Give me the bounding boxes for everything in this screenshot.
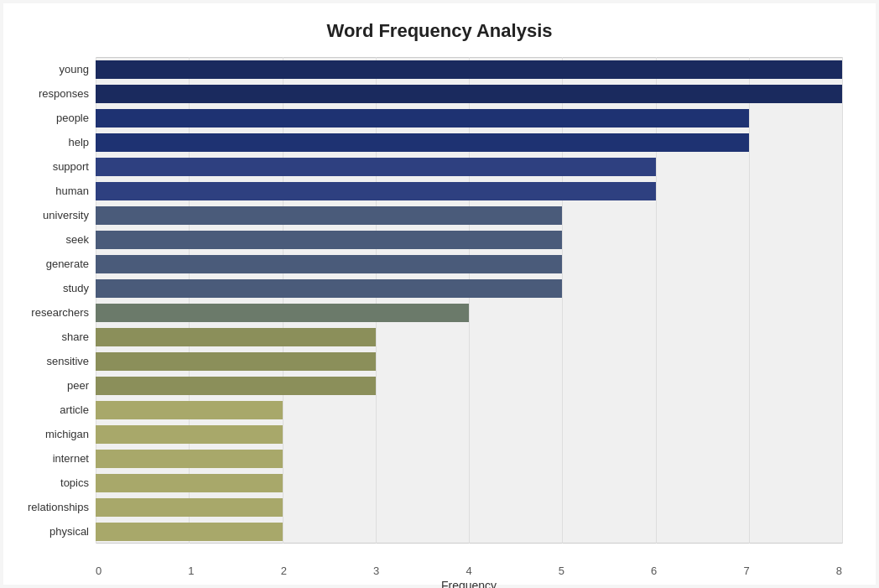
bar-fill xyxy=(96,328,376,346)
bar-fill xyxy=(96,279,562,298)
bar-row: support xyxy=(96,154,842,179)
bar-fill xyxy=(96,60,842,79)
bar-fill xyxy=(96,498,283,517)
chart-container: Word Frequency Analysis youngresponsespe… xyxy=(3,3,876,585)
bar-fill xyxy=(96,377,376,395)
bar-fill xyxy=(96,255,562,273)
bar-track xyxy=(96,60,842,79)
bar-label: michigan xyxy=(3,428,89,440)
bar-label: help xyxy=(3,136,89,148)
bar-track xyxy=(96,158,842,176)
bar-fill xyxy=(96,425,283,444)
bar-label: human xyxy=(3,185,89,197)
bar-fill xyxy=(96,401,283,419)
bar-fill xyxy=(96,474,283,492)
bar-label: responses xyxy=(3,87,89,100)
bar-track xyxy=(96,206,842,225)
grid-line xyxy=(283,57,283,544)
x-tick: 0 xyxy=(96,565,101,577)
bar-row: human xyxy=(96,179,842,203)
bar-track xyxy=(96,450,842,468)
bar-track xyxy=(96,182,842,200)
bar-row: peer xyxy=(96,373,842,398)
bar-fill xyxy=(96,352,376,371)
bar-fill xyxy=(96,85,842,103)
bar-row: sensitive xyxy=(96,349,842,373)
bar-track xyxy=(96,352,842,371)
bar-track xyxy=(96,523,842,541)
bar-track xyxy=(96,231,842,249)
bar-row: physical xyxy=(96,519,842,544)
bar-row: young xyxy=(96,57,842,81)
bar-row: article xyxy=(96,398,842,422)
bar-label: sensitive xyxy=(3,355,89,367)
bar-track xyxy=(96,304,842,322)
bar-track xyxy=(96,255,842,273)
grid-line xyxy=(376,57,377,544)
bar-track xyxy=(96,279,842,298)
x-tick: 6 xyxy=(651,565,657,577)
bar-track xyxy=(96,133,842,152)
grid-line xyxy=(469,57,470,544)
bar-fill xyxy=(96,182,656,200)
grid-line xyxy=(842,57,843,544)
bar-fill xyxy=(96,133,749,152)
x-tick: 5 xyxy=(559,565,564,577)
bar-fill xyxy=(96,450,283,468)
bar-fill xyxy=(96,304,469,322)
bar-label: internet xyxy=(3,452,89,465)
bar-label: researchers xyxy=(3,306,89,319)
bar-label: support xyxy=(3,160,89,173)
bar-row: people xyxy=(96,106,842,130)
bar-label: relationships xyxy=(3,501,89,513)
x-tick: 3 xyxy=(373,565,379,577)
bar-track xyxy=(96,85,842,103)
bar-row: internet xyxy=(96,446,842,471)
bar-track xyxy=(96,109,842,127)
bar-label: university xyxy=(3,209,89,221)
bar-row: generate xyxy=(96,252,842,276)
bar-row: study xyxy=(96,276,842,300)
bar-label: article xyxy=(3,403,89,416)
bar-row: responses xyxy=(96,81,842,106)
bar-fill xyxy=(96,231,562,249)
grid-line xyxy=(562,57,563,544)
bar-label: physical xyxy=(3,525,89,538)
bar-track xyxy=(96,377,842,395)
bar-row: michigan xyxy=(96,422,842,446)
bar-label: study xyxy=(3,282,89,294)
bar-label: people xyxy=(3,112,89,124)
bar-row: researchers xyxy=(96,300,842,325)
bar-row: university xyxy=(96,203,842,227)
bar-fill xyxy=(96,206,562,225)
grid-line xyxy=(96,57,96,544)
bar-label: peer xyxy=(3,379,89,392)
bar-row: topics xyxy=(96,471,842,495)
bar-row: share xyxy=(96,325,842,349)
bar-label: young xyxy=(3,63,89,75)
bar-fill xyxy=(96,109,749,127)
bar-row: seek xyxy=(96,227,842,252)
bar-track xyxy=(96,425,842,444)
x-tick: 8 xyxy=(836,565,842,577)
bar-label: seek xyxy=(3,233,89,246)
bar-track xyxy=(96,401,842,419)
x-tick: 7 xyxy=(743,565,749,577)
bar-fill xyxy=(96,523,283,541)
x-tick: 1 xyxy=(188,565,194,577)
bar-track xyxy=(96,328,842,346)
grid-line xyxy=(656,57,657,544)
x-axis-label: Frequency xyxy=(96,579,842,588)
chart-title: Word Frequency Analysis xyxy=(37,20,842,42)
grid-line xyxy=(749,57,750,544)
bar-track xyxy=(96,498,842,517)
x-tick: 2 xyxy=(281,565,287,577)
bar-row: help xyxy=(96,130,842,154)
chart-area: youngresponsespeoplehelpsupporthumanuniv… xyxy=(96,57,842,544)
x-axis: 012345678 xyxy=(96,565,842,577)
bar-fill xyxy=(96,158,656,176)
bar-label: topics xyxy=(3,476,89,489)
bar-row: relationships xyxy=(96,495,842,519)
x-tick: 4 xyxy=(466,565,471,577)
bar-track xyxy=(96,474,842,492)
